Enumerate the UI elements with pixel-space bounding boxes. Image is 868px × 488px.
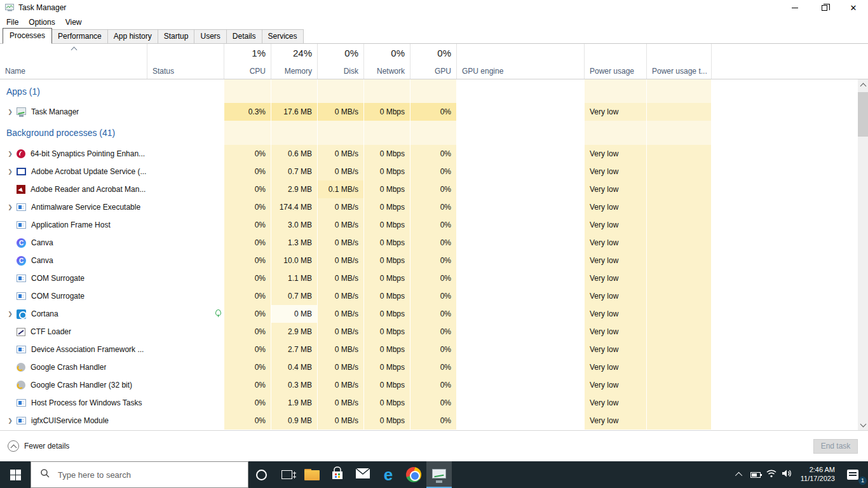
- column-power-usage[interactable]: Power usage: [585, 44, 647, 79]
- power-usage-value: Very low: [585, 180, 647, 198]
- memory-value: 2.9 MB: [271, 180, 318, 198]
- power-usage-trend-value: [647, 305, 712, 323]
- table-row[interactable]: Host Process for Windows Tasks0%1.9 MB0 …: [0, 394, 868, 412]
- tab-users[interactable]: Users: [194, 29, 226, 43]
- table-row[interactable]: ❯64-bit Synaptics Pointing Enhan...0%0.6…: [0, 145, 868, 163]
- vertical-scrollbar[interactable]: [858, 79, 868, 430]
- task-manager-taskbar-button[interactable]: [426, 461, 452, 488]
- network-value: 0 Mbps: [364, 234, 410, 252]
- restore-button[interactable]: [810, 0, 839, 15]
- edge-button[interactable]: e: [376, 461, 401, 488]
- volume-button[interactable]: [780, 461, 796, 488]
- tray-expand-button[interactable]: [732, 461, 748, 488]
- column-power-usage-trend[interactable]: Power usage t...: [647, 44, 712, 79]
- table-row[interactable]: Device Association Framework ...0%2.7 MB…: [0, 341, 868, 358]
- fewer-details-button[interactable]: Fewer details: [8, 440, 69, 452]
- tab-startup[interactable]: Startup: [158, 29, 195, 43]
- memory-value: 0.9 MB: [271, 412, 318, 430]
- expand-chevron-icon[interactable]: ❯: [4, 311, 17, 317]
- power-usage-trend-value: [647, 287, 712, 305]
- column-gpu[interactable]: 0% GPU: [410, 44, 457, 79]
- process-name: CTF Loader: [31, 327, 71, 336]
- memory-value: 0.4 MB: [271, 358, 318, 376]
- system-icon: [17, 399, 26, 407]
- status-cell: [147, 252, 224, 269]
- power-usage-trend-value: [647, 163, 712, 180]
- column-network[interactable]: 0% Network: [364, 44, 410, 79]
- table-row[interactable]: ❯Task Manager0.3%17.6 MB0 MB/s0 Mbps0%Ve…: [0, 103, 868, 121]
- table-row[interactable]: COM Surrogate0%0.7 MB0 MB/s0 Mbps0%Very …: [0, 287, 868, 305]
- column-filler: [712, 44, 868, 79]
- column-status[interactable]: Status: [147, 44, 224, 79]
- expand-chevron-icon[interactable]: ❯: [4, 204, 17, 210]
- scroll-down-arrow[interactable]: [858, 419, 868, 430]
- table-row[interactable]: Google Crash Handler (32 bit)0%0.3 MB0 M…: [0, 376, 868, 394]
- table-row[interactable]: COM Surrogate0%1.1 MB0 MB/s0 Mbps0%Very …: [0, 269, 868, 287]
- group-header-apps[interactable]: Apps (1): [0, 79, 868, 103]
- cortana-button[interactable]: [248, 461, 274, 488]
- cortana-icon: [17, 309, 26, 319]
- menu-file[interactable]: File: [1, 17, 24, 28]
- tab-performance[interactable]: Performance: [51, 29, 108, 43]
- network-value: 0 Mbps: [364, 103, 410, 121]
- tab-processes[interactable]: Processes: [3, 28, 52, 44]
- minimize-button[interactable]: [780, 0, 810, 15]
- tab-services[interactable]: Services: [262, 29, 304, 43]
- status-cell: [147, 341, 224, 358]
- clock[interactable]: 2:46 AM 11/17/2023: [796, 466, 840, 484]
- search-icon: [40, 468, 50, 481]
- column-cpu[interactable]: 1% CPU: [224, 44, 271, 79]
- file-explorer-button[interactable]: [299, 461, 325, 488]
- table-row[interactable]: Application Frame Host0%3.0 MB0 MB/s0 Mb…: [0, 216, 868, 234]
- table-row[interactable]: ❯Adobe Acrobat Update Service (...0%0.7 …: [0, 163, 868, 180]
- close-button[interactable]: ✕: [839, 0, 868, 15]
- expand-chevron-icon[interactable]: ❯: [4, 168, 17, 175]
- table-row[interactable]: Canva0%1.3 MB0 MB/s0 Mbps0%Very low: [0, 234, 868, 252]
- search-input[interactable]: Type here to search: [31, 461, 248, 488]
- power-usage-trend-value: [647, 323, 712, 341]
- cpu-value: 0%: [224, 305, 271, 323]
- table-row[interactable]: ❯Antimalware Service Executable0%174.4 M…: [0, 198, 868, 216]
- status-cell: [147, 323, 224, 341]
- mail-button[interactable]: [350, 461, 376, 488]
- table-row[interactable]: Canva0%10.0 MB0 MB/s0 Mbps0%Very low: [0, 252, 868, 269]
- expand-chevron-icon[interactable]: ❯: [4, 109, 17, 115]
- scrollbar-thumb[interactable]: [858, 92, 868, 137]
- column-disk[interactable]: 0% Disk: [318, 44, 364, 79]
- column-name[interactable]: Name: [0, 44, 147, 79]
- battery-button[interactable]: [748, 461, 764, 488]
- end-task-button[interactable]: End task: [813, 439, 858, 454]
- tab-details[interactable]: Details: [226, 29, 262, 43]
- disk-value: 0 MB/s: [318, 394, 364, 412]
- table-row[interactable]: CTF Loader0%2.9 MB0 MB/s0 Mbps0%Very low: [0, 323, 868, 341]
- table-row[interactable]: Adobe Reader and Acrobat Man...0%2.9 MB0…: [0, 180, 868, 198]
- wifi-button[interactable]: [764, 461, 780, 488]
- table-row[interactable]: ❯Cortana0%0 MB0 MB/s0 Mbps0%Very low: [0, 305, 868, 323]
- column-gpu-engine[interactable]: GPU engine: [457, 44, 585, 79]
- gpu-value: 0%: [410, 341, 457, 358]
- expand-chevron-icon[interactable]: ❯: [4, 417, 17, 424]
- column-memory[interactable]: 24% Memory: [271, 44, 318, 79]
- table-row[interactable]: Google Crash Handler0%0.4 MB0 MB/s0 Mbps…: [0, 358, 868, 376]
- expand-chevron-icon[interactable]: ❯: [4, 151, 17, 157]
- menu-options[interactable]: Options: [24, 17, 60, 28]
- status-cell: [147, 394, 224, 412]
- chrome-button[interactable]: [401, 461, 426, 488]
- task-manager-app-icon: [5, 3, 15, 12]
- scroll-up-arrow[interactable]: [858, 79, 868, 90]
- gpu-engine-value: [457, 412, 585, 430]
- menu-view[interactable]: View: [60, 17, 87, 28]
- table-row[interactable]: ❯igfxCUIService Module0%0.9 MB0 MB/s0 Mb…: [0, 412, 868, 430]
- task-view-button[interactable]: [274, 461, 299, 488]
- store-button[interactable]: [325, 461, 350, 488]
- network-value: 0 Mbps: [364, 163, 410, 180]
- tab-app-history[interactable]: App history: [107, 29, 158, 43]
- status-cell: [147, 180, 224, 198]
- group-header-background[interactable]: Background processes (41): [0, 121, 868, 145]
- ctf-icon: [17, 328, 25, 336]
- power-usage-trend-value: [647, 103, 712, 121]
- start-button[interactable]: [0, 461, 31, 488]
- action-center-button[interactable]: 1: [840, 461, 865, 488]
- cpu-value: 0%: [224, 180, 271, 198]
- power-usage-trend-value: [647, 358, 712, 376]
